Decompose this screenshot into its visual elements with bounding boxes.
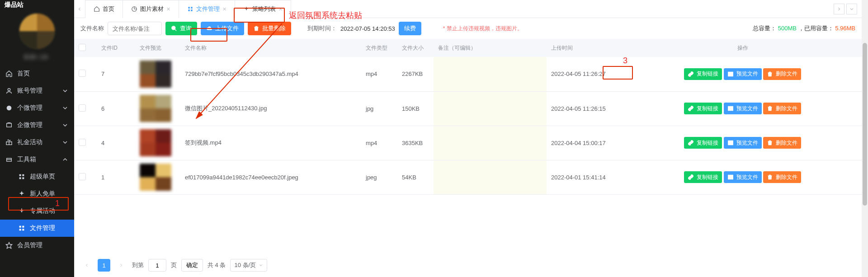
sidebar-item-member-mgmt[interactable]: 会员管理 (0, 237, 74, 254)
delete-file-button[interactable]: 删除文件 (763, 68, 801, 80)
sidebar-item-super-page[interactable]: 超级单页 (0, 168, 74, 185)
scrollbar-thumb[interactable] (863, 43, 867, 206)
sidebar: 爆品站 BiBi-18- 首页 账号管理 个微管理 (0, 0, 74, 277)
delete-file-label: 删除文件 (776, 105, 797, 113)
chevron-down-icon (61, 87, 69, 94)
cell-type: mp4 (361, 57, 397, 91)
toolbar: 文件名称 查询 上传文件 批量删除 到期时间： 2022-07-05 14:20… (74, 18, 862, 39)
copy-link-button[interactable]: 复制链接 (684, 68, 722, 80)
delete-file-button[interactable]: 删除文件 (763, 171, 801, 183)
svg-rect-4 (7, 158, 12, 161)
cell-uploaded: 2022-04-05 11:26:15 (547, 91, 623, 126)
spark-icon (243, 6, 250, 12)
cell-preview[interactable] (135, 126, 180, 160)
col-id: 文件ID (97, 39, 135, 57)
capacity-info: 总容量： 500MB ，已用容量： 5.96MB (753, 24, 855, 33)
tabs-more[interactable] (846, 4, 857, 14)
chevron-down-icon (61, 139, 69, 146)
delete-file-button[interactable]: 删除文件 (763, 103, 801, 114)
sidebar-item-label: 超级单页 (30, 173, 69, 181)
cell-preview[interactable] (135, 91, 180, 126)
goto-prefix: 到第 (132, 261, 144, 269)
tabs-prev[interactable] (74, 6, 85, 12)
tab-strategy-list[interactable]: 策略列表 ✕ (235, 0, 291, 18)
search-button[interactable]: 查询 (165, 22, 197, 35)
profile-name: BiBi-18- (0, 53, 74, 61)
tab-file-mgmt[interactable]: 文件管理 ✕ (179, 0, 235, 18)
tab-home[interactable]: 首页 (85, 0, 123, 18)
copy-link-button[interactable]: 复制链接 (684, 103, 722, 114)
spark-icon (18, 207, 25, 215)
row-checkbox[interactable] (79, 139, 86, 146)
page-prev[interactable] (80, 259, 93, 272)
search-button-label: 查询 (180, 24, 192, 33)
pagesize-select[interactable]: 10 条/页 (230, 259, 267, 272)
cell-remark[interactable] (434, 160, 547, 194)
col-size: 文件大小 (397, 39, 434, 57)
row-checkbox[interactable] (79, 173, 86, 180)
file-table: 文件ID 文件预览 文件名称 文件类型 文件大小 备注（可编辑） 上传时间 操作… (74, 39, 862, 254)
tabs-next[interactable] (834, 4, 844, 14)
sidebar-item-wechat[interactable]: 个微管理 (0, 99, 74, 117)
sidebar-item-account[interactable]: 账号管理 (0, 82, 74, 99)
chevron-right-icon (836, 6, 842, 12)
capacity-used-label: ，已用容量： (798, 25, 834, 32)
sidebar-item-enterprise[interactable]: 企微管理 (0, 117, 74, 134)
close-icon[interactable]: ✕ (166, 6, 170, 12)
sidebar-item-gift[interactable]: 礼金活动 (0, 134, 74, 151)
sidebar-item-label: 会员管理 (17, 241, 69, 249)
goto-confirm-button[interactable]: 确定 (181, 259, 203, 272)
svg-rect-9 (19, 226, 21, 228)
preview-file-label: 预览文件 (736, 105, 758, 113)
star-icon (5, 242, 13, 249)
copy-link-button[interactable]: 复制链接 (684, 171, 722, 183)
preview-file-button[interactable]: 预览文件 (724, 137, 762, 149)
cell-remark[interactable] (434, 57, 547, 91)
preview-file-button[interactable]: 预览文件 (724, 103, 762, 114)
sidebar-item-file-mgmt[interactable]: 文件管理 (0, 220, 74, 237)
link-icon (688, 140, 694, 146)
close-icon[interactable]: ✕ (278, 6, 283, 12)
avatar[interactable] (19, 14, 55, 49)
copy-link-button[interactable]: 复制链接 (684, 137, 722, 149)
sidebar-item-newuser-free[interactable]: 新人免单 (0, 185, 74, 202)
cell-remark[interactable] (434, 126, 547, 160)
tab-image-material[interactable]: 图片素材 ✕ (123, 0, 179, 18)
sidebar-item-exclusive-activity[interactable]: 专属活动 (0, 202, 74, 220)
preview-file-button[interactable]: 预览文件 (724, 68, 762, 80)
delete-file-button[interactable]: 删除文件 (763, 137, 801, 149)
sidebar-item-toolbox[interactable]: 工具箱 (0, 151, 74, 168)
preview-file-button[interactable]: 预览文件 (724, 171, 762, 183)
renew-button[interactable]: 续费 (399, 22, 421, 35)
cell-preview[interactable] (135, 160, 180, 194)
delete-file-label: 删除文件 (776, 70, 797, 78)
cloud-upload-icon (206, 25, 212, 32)
page-next[interactable] (115, 259, 127, 272)
select-all-checkbox[interactable] (79, 44, 86, 51)
cell-remark[interactable] (434, 91, 547, 126)
col-remark: 备注（可编辑） (434, 39, 547, 57)
apps-icon (187, 6, 193, 12)
batch-delete-button[interactable]: 批量删除 (248, 22, 291, 35)
filename-input[interactable] (108, 22, 162, 35)
svg-rect-15 (188, 7, 190, 9)
table-header-row: 文件ID 文件预览 文件名称 文件类型 文件大小 备注（可编辑） 上传时间 操作 (74, 39, 862, 57)
page-current[interactable]: 1 (98, 259, 110, 272)
upload-button[interactable]: 上传文件 (201, 22, 244, 35)
col-preview: 文件预览 (135, 39, 180, 57)
user-icon (5, 87, 13, 94)
copy-link-label: 复制链接 (697, 174, 718, 181)
cell-preview[interactable] (135, 57, 180, 91)
goto-input[interactable] (148, 259, 166, 272)
vertical-scrollbar[interactable] (862, 0, 868, 277)
sidebar-item-home[interactable]: 首页 (0, 65, 74, 82)
cell-id: 4 (97, 126, 135, 160)
row-checkbox[interactable] (79, 104, 86, 112)
delete-file-label: 删除文件 (776, 174, 797, 181)
close-icon[interactable]: ✕ (222, 6, 226, 12)
nav-menu: 首页 账号管理 个微管理 企微管理 礼金活动 (0, 63, 74, 277)
sidebar-item-label: 新人免单 (30, 190, 69, 198)
row-checkbox[interactable] (79, 70, 86, 77)
col-name: 文件名称 (180, 39, 361, 57)
sidebar-item-label: 首页 (17, 70, 69, 78)
